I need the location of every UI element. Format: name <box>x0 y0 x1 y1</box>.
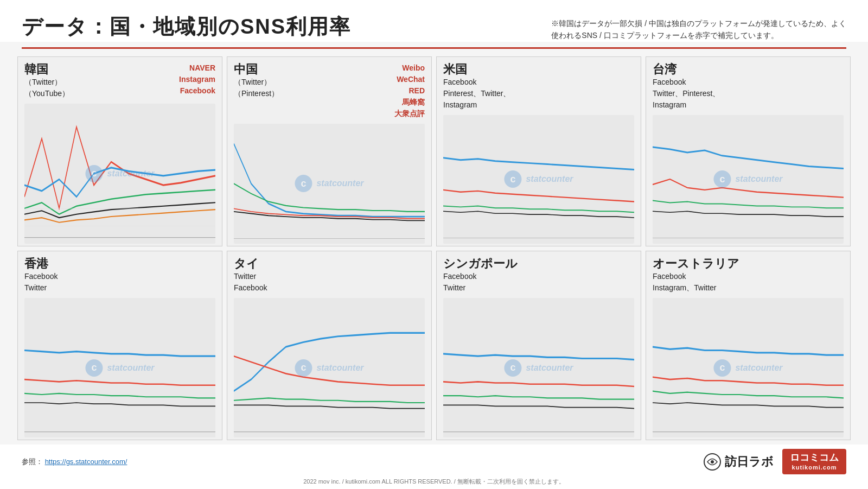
cell-header-usa: 米国 FacebookPinterest、Twitter、Instagram <box>443 62 634 111</box>
page-container: データ：国・地域別のSNS利用率 ※韓国はデータが一部欠損 / 中国は独自のプラ… <box>0 0 868 489</box>
cell-header-singapore: シンガポール FacebookTwitter <box>443 257 634 294</box>
thailand-platforms: TwitterFacebook <box>234 271 267 294</box>
hongkong-platforms: FacebookTwitter <box>24 271 58 294</box>
kutikomi-text: ロコミコム <box>790 452 839 464</box>
singapore-info: シンガポール FacebookTwitter <box>443 257 518 294</box>
usa-country: 米国 <box>443 62 510 77</box>
inbound-lab-logo: 訪日ラボ <box>703 453 774 471</box>
hongkong-country: 香港 <box>24 257 58 271</box>
korea-country: 韓国 <box>24 62 69 77</box>
footer-reference: 参照： https://gs.statcounter.com/ <box>22 457 127 467</box>
cell-hongkong: 香港 FacebookTwitter c statcounter <box>17 251 222 441</box>
cell-taiwan: 台湾 FacebookTwitter、Pinterest、Instagram c… <box>646 56 851 246</box>
watermark-logo-thailand: c <box>295 359 312 377</box>
watermark-logo-singapore: c <box>504 359 521 377</box>
cell-header-taiwan: 台湾 FacebookTwitter、Pinterest、Instagram <box>653 62 844 111</box>
usa-info: 米国 FacebookPinterest、Twitter、Instagram <box>443 62 510 111</box>
cell-australia: オーストラリア FacebookInstagram、Twitter c stat… <box>646 251 851 441</box>
china-platforms-right: WeiboWeChatRED馬蜂窩大衆点評 <box>394 62 425 119</box>
header: データ：国・地域別のSNS利用率 ※韓国はデータが一部欠損 / 中国は独自のプラ… <box>0 0 868 42</box>
korea-chart: c statcounter <box>24 104 215 243</box>
watermark-text-singapore: statcounter <box>526 363 573 373</box>
watermark-logo-taiwan: c <box>713 170 731 188</box>
china-chart: c statcounter <box>234 124 425 244</box>
watermark-logo-usa: c <box>504 170 521 188</box>
cell-singapore: シンガポール FacebookTwitter c statcounter <box>436 251 641 441</box>
kutikomi-sub: kutikomi.com <box>792 464 837 471</box>
country-grid: 韓国 （Twitter）（YouTube） NAVERInstagramFace… <box>0 49 868 444</box>
hongkong-info: 香港 FacebookTwitter <box>24 257 58 294</box>
watermark-logo-hongkong: c <box>85 359 103 377</box>
watermark-usa: c statcounter <box>504 170 573 188</box>
thailand-info: タイ TwitterFacebook <box>234 257 267 294</box>
china-country: 中国 <box>234 62 279 77</box>
copyright-bar: 2022 mov inc. / kutikomi.com ALL RIGHTS … <box>0 477 868 489</box>
watermark-logo-australia: c <box>713 359 731 377</box>
watermark-text-thailand: statcounter <box>316 363 363 373</box>
watermark-taiwan: c statcounter <box>713 170 782 188</box>
watermark-logo-korea: c <box>85 165 103 182</box>
ref-label: 参照： <box>22 458 43 466</box>
china-platforms-left: （Twitter）（Pinterest） <box>234 77 279 99</box>
china-info: 中国 （Twitter）（Pinterest） <box>234 62 279 99</box>
watermark-hongkong: c statcounter <box>85 359 154 377</box>
usa-platforms: FacebookPinterest、Twitter、Instagram <box>443 77 510 111</box>
cell-china: 中国 （Twitter）（Pinterest） WeiboWeChatRED馬蜂… <box>227 56 432 246</box>
footer: 参照： https://gs.statcounter.com/ 訪日ラボ ロコミ… <box>0 444 868 477</box>
watermark-singapore: c statcounter <box>504 359 573 377</box>
watermark-text-hongkong: statcounter <box>107 363 154 373</box>
cell-thailand: タイ TwitterFacebook c statcounter <box>227 251 432 441</box>
cell-header-australia: オーストラリア FacebookInstagram、Twitter <box>653 257 844 294</box>
cell-korea: 韓国 （Twitter）（YouTube） NAVERInstagramFace… <box>17 56 222 246</box>
watermark-china: c statcounter <box>295 175 363 192</box>
watermark-text-taiwan: statcounter <box>735 174 782 184</box>
australia-platforms: FacebookInstagram、Twitter <box>653 271 739 294</box>
copyright-text: 2022 mov inc. / kutikomi.com ALL RIGHTS … <box>303 478 565 485</box>
watermark-text-usa: statcounter <box>526 174 573 184</box>
hongkong-chart: c statcounter <box>24 298 215 437</box>
inbound-lab-icon <box>703 453 722 471</box>
cell-usa: 米国 FacebookPinterest、Twitter、Instagram c… <box>436 56 641 246</box>
australia-chart: c statcounter <box>653 298 844 437</box>
watermark-text-korea: statcounter <box>107 169 154 179</box>
kutikomi-logo: ロコミコム kutikomi.com <box>782 449 846 474</box>
singapore-chart: c statcounter <box>443 298 634 437</box>
ref-link[interactable]: https://gs.statcounter.com/ <box>45 458 127 466</box>
taiwan-platforms: FacebookTwitter、Pinterest、Instagram <box>653 77 720 111</box>
footer-logos: 訪日ラボ ロコミコム kutikomi.com <box>703 449 846 474</box>
cell-header-thailand: タイ TwitterFacebook <box>234 257 425 294</box>
usa-chart: c statcounter <box>443 115 634 243</box>
singapore-country: シンガポール <box>443 257 518 271</box>
page-title: データ：国・地域別のSNS利用率 <box>22 13 351 41</box>
australia-info: オーストラリア FacebookInstagram、Twitter <box>653 257 739 294</box>
svg-point-11 <box>711 460 714 463</box>
cell-header-china: 中国 （Twitter）（Pinterest） WeiboWeChatRED馬蜂… <box>234 62 425 119</box>
korea-platforms-right: NAVERInstagramFacebook <box>179 62 215 97</box>
australia-country: オーストラリア <box>653 257 739 271</box>
cell-header-korea: 韓国 （Twitter）（YouTube） NAVERInstagramFace… <box>24 62 215 99</box>
taiwan-chart: c statcounter <box>653 115 844 243</box>
watermark-logo-china: c <box>295 175 312 192</box>
header-note: ※韓国はデータが一部欠損 / 中国は独自のプラットフォームが発達しているため、よ… <box>551 13 846 42</box>
taiwan-country: 台湾 <box>653 62 720 77</box>
taiwan-info: 台湾 FacebookTwitter、Pinterest、Instagram <box>653 62 720 111</box>
thailand-country: タイ <box>234 257 267 271</box>
cell-header-hongkong: 香港 FacebookTwitter <box>24 257 215 294</box>
watermark-thailand: c statcounter <box>295 359 363 377</box>
korea-info: 韓国 （Twitter）（YouTube） <box>24 62 69 99</box>
watermark-text-australia: statcounter <box>735 363 782 373</box>
korea-platforms-left: （Twitter）（YouTube） <box>24 77 69 99</box>
singapore-platforms: FacebookTwitter <box>443 271 518 294</box>
thailand-chart: c statcounter <box>234 298 425 437</box>
watermark-text-china: statcounter <box>316 179 363 188</box>
inbound-lab-text: 訪日ラボ <box>725 454 774 470</box>
watermark-australia: c statcounter <box>713 359 782 377</box>
watermark-korea: c statcounter <box>85 165 154 182</box>
